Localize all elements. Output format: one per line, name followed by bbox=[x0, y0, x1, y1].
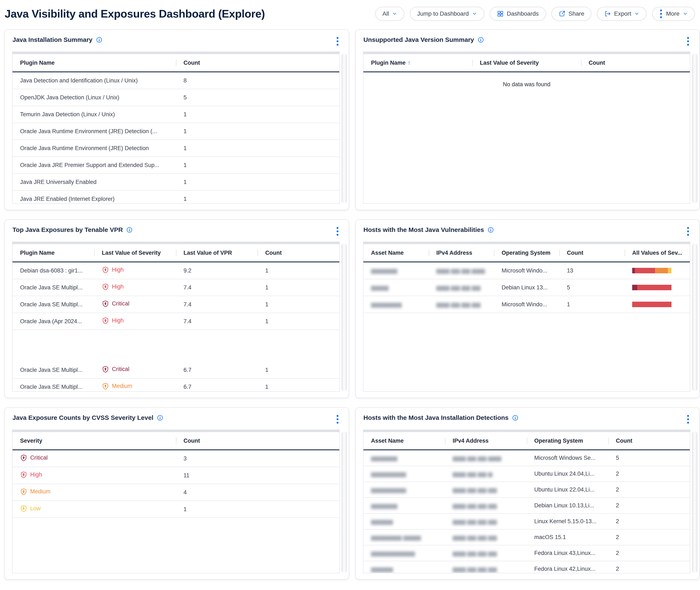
table-body: Critical 3 Hi bbox=[12, 450, 339, 573]
table-scrollbar-vertical[interactable] bbox=[341, 431, 347, 573]
column-header-asset-name[interactable]: Asset Name bbox=[363, 437, 445, 444]
column-header-asset-name[interactable]: Asset Name bbox=[363, 250, 429, 256]
table-scrollbar-vertical[interactable] bbox=[692, 243, 697, 391]
table-row[interactable]: ▆▆▆▆▆▆▆▆ ▆▆▆.▆▆.▆▆.▆ Ubuntu Linux 24.04,… bbox=[363, 466, 690, 482]
table-row[interactable]: ▆▆▆▆▆▆▆ ▆▆▆.▆▆.▆▆.▆▆ Microsoft Windo... … bbox=[363, 296, 690, 313]
table-scrollbar-horizontal[interactable] bbox=[12, 52, 339, 54]
table-row[interactable]: Oracle Java JRE Premier Support and Exte… bbox=[12, 157, 339, 174]
severity-label: Critical bbox=[112, 366, 129, 373]
dashboards-button[interactable]: Dashboards bbox=[490, 7, 546, 21]
table-row[interactable]: Debian dsa-6083 : gir1... High 9.2 bbox=[12, 262, 339, 279]
column-header-severities[interactable]: All Values of Sev... bbox=[624, 250, 690, 256]
column-header-os[interactable]: Operating System bbox=[494, 250, 559, 256]
table-row[interactable]: ▆▆▆▆▆ ▆▆▆.▆▆.▆▆.▆▆ Fedora Linux 42,Linux… bbox=[363, 561, 690, 573]
table-row[interactable]: ▆▆▆▆▆▆▆▆▆▆ ▆▆▆.▆▆.▆▆.▆▆ Fedora Linux 43,… bbox=[363, 546, 690, 561]
table-row[interactable]: ▆▆▆▆▆▆ ▆▆▆.▆▆.▆▆.▆▆ Debian Linux 10.13,L… bbox=[363, 498, 690, 514]
severity-cell: Critical bbox=[94, 366, 176, 374]
column-header-severity[interactable]: Last Value of Severity bbox=[472, 60, 581, 66]
kebab-menu-icon[interactable] bbox=[686, 226, 690, 236]
cvss-severity-table: Severity Count Critical bbox=[12, 429, 340, 573]
table-row[interactable]: ▆▆▆▆▆▆▆ ▆▆▆▆ ▆▆▆.▆▆.▆▆.▆▆ macOS 15.1 2 bbox=[363, 529, 690, 546]
page-header: Java Visibility and Exposures Dashboard … bbox=[0, 0, 700, 24]
table-scrollbar-vertical[interactable] bbox=[341, 243, 347, 391]
table-scrollbar-horizontal[interactable] bbox=[363, 429, 690, 432]
table-row[interactable]: ▆▆▆▆▆ ▆▆▆.▆▆.▆▆.▆▆ Linux Kernel 5.15.0-1… bbox=[363, 514, 690, 529]
table-row[interactable]: Oracle Java Runtime Environment (JRE) De… bbox=[12, 140, 339, 157]
operating-system-cell: Ubuntu Linux 22.04,Li... bbox=[527, 486, 608, 493]
more-button[interactable]: More bbox=[652, 7, 695, 21]
column-header-severity[interactable]: Severity bbox=[12, 437, 176, 444]
table-scrollbar-vertical[interactable] bbox=[692, 431, 697, 573]
chevron-down-icon bbox=[472, 11, 477, 16]
column-header-count[interactable]: Count bbox=[257, 250, 339, 256]
table-row[interactable]: Temurin Java Detection (Linux / Unix) 1 bbox=[12, 106, 339, 123]
table-row[interactable]: ▆▆▆▆▆▆ ▆▆▆.▆▆.▆▆.▆▆▆ Microsoft Windo... … bbox=[363, 262, 690, 279]
table-row[interactable]: Oracle Java SE Multipl... High 7.4 bbox=[12, 279, 339, 296]
column-header-ipv4[interactable]: IPv4 Address bbox=[429, 250, 494, 256]
chevron-down-icon bbox=[683, 11, 688, 16]
dashboard-grid: Java Installation Summary Plugin Name Co… bbox=[0, 24, 700, 580]
table-row[interactable]: Java Detection and Identification (Linux… bbox=[12, 72, 339, 89]
info-icon[interactable] bbox=[126, 227, 133, 233]
table-scrollbar-horizontal[interactable] bbox=[363, 241, 690, 244]
count-cell: 2 bbox=[608, 566, 690, 572]
kebab-menu-icon[interactable] bbox=[336, 36, 339, 46]
column-header-vpr[interactable]: Last Value of VPR bbox=[176, 250, 258, 256]
table-scrollbar-horizontal[interactable] bbox=[363, 52, 690, 54]
kebab-menu-icon[interactable] bbox=[686, 36, 690, 46]
table-scrollbar-horizontal[interactable] bbox=[12, 241, 339, 244]
table-row[interactable]: ▆▆▆▆ ▆▆▆.▆▆.▆▆.▆▆ Debian Linux 13... 5 bbox=[363, 279, 690, 296]
table-row[interactable] bbox=[12, 330, 339, 362]
kebab-dot bbox=[687, 227, 689, 229]
operating-system-cell: Microsoft Windo... bbox=[494, 301, 559, 308]
table-row[interactable]: ▆▆▆▆▆▆ ▆▆▆.▆▆.▆▆.▆▆▆ Microsoft Windows S… bbox=[363, 450, 690, 466]
info-icon[interactable] bbox=[96, 36, 103, 43]
table-row[interactable]: Oracle Java SE Multipl... Medium 6.7 bbox=[12, 379, 339, 391]
table-row[interactable]: Oracle Java SE Multipl... Critical 7.4 bbox=[12, 296, 339, 313]
column-header-plugin-name[interactable]: Plugin Name↑ bbox=[363, 60, 472, 66]
table-row[interactable]: Java JRE Universally Enabled 1 bbox=[12, 174, 339, 191]
table-scrollbar-horizontal[interactable] bbox=[12, 429, 339, 432]
column-header-severity[interactable]: Last Value of Severity bbox=[94, 250, 176, 256]
host-vulnerabilities-table: Asset Name IPv4 Address Operating System… bbox=[363, 241, 690, 392]
table-row[interactable]: Java JRE Enabled (Internet Explorer) 1 bbox=[12, 191, 339, 203]
severity-shield-icon bbox=[102, 317, 109, 324]
export-button[interactable]: Export bbox=[597, 7, 647, 21]
all-filter-button[interactable]: All bbox=[375, 7, 404, 21]
kebab-menu-icon[interactable] bbox=[336, 414, 339, 424]
column-header-os[interactable]: Operating System bbox=[527, 437, 608, 444]
table-row[interactable]: High 11 bbox=[12, 467, 339, 484]
asset-name-cell: ▆▆▆▆▆▆ bbox=[363, 267, 429, 274]
info-icon[interactable] bbox=[477, 36, 484, 43]
share-button[interactable]: Share bbox=[552, 7, 592, 21]
table-row[interactable]: Oracle Java (Apr 2024... High 7.4 bbox=[12, 313, 339, 330]
table-row[interactable]: Medium 4 bbox=[12, 484, 339, 501]
table-row[interactable]: OpenJDK Java Detection (Linux / Unix) 5 bbox=[12, 89, 339, 106]
table-row[interactable]: Oracle Java Runtime Environment (JRE) De… bbox=[12, 123, 339, 140]
kebab-menu-icon[interactable] bbox=[686, 414, 690, 424]
table-row[interactable]: Oracle Java SE Multipl... Critical 6.7 bbox=[12, 362, 339, 379]
column-header-count[interactable]: Count bbox=[608, 437, 690, 444]
column-header-count[interactable]: Count bbox=[559, 250, 624, 256]
column-header-count[interactable]: Count bbox=[176, 60, 340, 66]
severity-badge: High bbox=[20, 471, 42, 478]
table-row[interactable]: ▆▆▆▆▆▆▆▆ ▆▆▆.▆▆.▆▆.▆▆ Ubuntu Linux 22.04… bbox=[363, 482, 690, 498]
column-header-count[interactable]: Count bbox=[176, 437, 340, 444]
table-row[interactable]: Low 1 bbox=[12, 501, 339, 518]
more-label: More bbox=[666, 10, 680, 17]
table-scrollbar-vertical[interactable] bbox=[692, 54, 697, 203]
panel-header: Java Exposure Counts by CVSS Severity Le… bbox=[5, 408, 349, 429]
table-scrollbar-vertical[interactable] bbox=[341, 54, 347, 203]
jump-to-dashboard-button[interactable]: Jump to Dashboard bbox=[410, 7, 484, 21]
kebab-menu-icon[interactable] bbox=[336, 226, 339, 236]
column-header-count[interactable]: Count bbox=[581, 60, 690, 66]
info-icon[interactable] bbox=[487, 227, 494, 233]
info-icon[interactable] bbox=[157, 414, 163, 421]
kebab-dot bbox=[660, 13, 662, 15]
info-icon[interactable] bbox=[512, 414, 518, 421]
panel-title: Hosts with the Most Java Installation De… bbox=[363, 414, 508, 421]
column-header-plugin-name[interactable]: Plugin Name bbox=[12, 60, 176, 66]
column-header-plugin-name[interactable]: Plugin Name bbox=[12, 250, 94, 256]
column-header-ipv4[interactable]: IPv4 Address bbox=[445, 437, 527, 444]
table-row[interactable]: Critical 3 bbox=[12, 450, 339, 467]
